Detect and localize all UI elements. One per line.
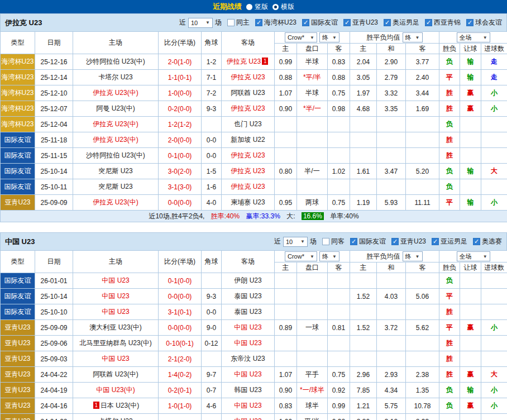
match-score[interactable]: 1-1(0-1) (159, 70, 202, 85)
filter-checkbox[interactable]: 国际友谊 (350, 237, 386, 246)
home-team-cell[interactable]: 阿联酋 U23(中) (73, 367, 159, 383)
avg-final-odds-select[interactable]: 终▼ (403, 251, 423, 261)
match-score[interactable]: 1-2(1-2) (159, 117, 202, 132)
checkbox-icon[interactable] (432, 238, 439, 245)
match-score[interactable]: 3-1(0-1) (159, 304, 202, 320)
away-team-cell[interactable]: 泰国 U23 (222, 289, 275, 304)
checkbox-icon[interactable] (255, 19, 262, 26)
home-team-cell[interactable]: 卡塔尔 U23 (73, 414, 159, 420)
away-team-cell[interactable]: 中国 U23 (222, 367, 275, 383)
match-score[interactable]: 2-1(2-0) (159, 351, 202, 367)
away-team-cell[interactable]: 伊拉克 U23 (222, 164, 275, 179)
filter-checkbox[interactable]: 奥选赛 (473, 237, 502, 246)
fulltime-select[interactable]: 全场▼ (457, 32, 490, 42)
match-score[interactable]: 2-0(0-0) (159, 132, 202, 148)
home-team-cell[interactable]: 伊拉克 U23(中) (73, 117, 159, 132)
home-team-cell[interactable]: 澳大利亚 U23(中) (73, 320, 159, 336)
home-team-cell[interactable]: 沙特阿拉伯 U23(中) (73, 148, 159, 164)
radio-icon-horizontal[interactable] (272, 4, 279, 10)
home-team-cell[interactable]: 中国 U23 (73, 351, 159, 367)
away-team-cell[interactable]: 东帝汶 U23 (222, 351, 275, 367)
away-team-cell[interactable]: 伊拉克 U23 (222, 179, 275, 195)
match-score[interactable]: 0-0(0-0) (159, 320, 202, 336)
final-odds-select[interactable]: 终▼ (319, 251, 339, 261)
home-team-cell[interactable]: 伊拉克 U23(中) (73, 195, 159, 211)
home-team-cell[interactable]: 突尼斯 U23 (73, 179, 159, 195)
filter-checkbox[interactable]: 国际友谊 (302, 18, 338, 27)
checkbox-icon[interactable] (384, 19, 391, 26)
match-score[interactable]: 0-0(0-0) (159, 195, 202, 211)
filter-checkbox[interactable]: 海湾杯U23 (255, 18, 296, 27)
match-score[interactable]: 0-2(0-0) (159, 101, 202, 117)
home-team-cell[interactable]: 北马里亚纳群岛 U23(中) (73, 336, 159, 351)
home-team-cell[interactable]: 沙特阿拉伯 U23(中) (73, 54, 159, 70)
match-score[interactable]: 0-10(0-1) (159, 336, 202, 351)
avg-final-odds-select[interactable]: 终▼ (403, 32, 423, 42)
away-team-cell[interactable]: 新加坡 U22 (222, 132, 275, 148)
home-team-cell[interactable]: 中国 U23 (73, 304, 159, 320)
header-avg-group: 胜平负均值 终▼ (350, 251, 439, 262)
layout-radio-horizontal[interactable]: 横版 (272, 2, 294, 12)
recent-count-select[interactable]: 10 ▼ (188, 18, 213, 28)
away-team-cell[interactable]: 中国 U23 (222, 336, 275, 351)
match-score[interactable]: 0-0(0-0) (159, 289, 202, 304)
layout-radio-vertical[interactable]: 竖版 (246, 2, 268, 12)
home-team-cell[interactable]: 中国 U23 (73, 273, 159, 289)
fulltime-select[interactable]: 全场▼ (457, 251, 490, 261)
final-odds-select[interactable]: 终▼ (319, 32, 339, 42)
home-team-cell[interactable]: 阿曼 U23(中) (73, 101, 159, 117)
checkbox-icon[interactable] (473, 238, 480, 245)
home-team-cell[interactable]: 1日本 U23(中) (73, 398, 159, 414)
away-team-cell[interactable]: 泰国 U23 (222, 304, 275, 320)
match-score[interactable]: 2-0(1-0) (159, 54, 202, 70)
away-team-cell[interactable]: 伊拉克 U23 (222, 70, 275, 85)
home-team-cell[interactable]: 突尼斯 U23 (73, 164, 159, 179)
away-team-cell[interactable]: 也门 U23 (222, 117, 275, 132)
handicap-line: *半/一 (297, 101, 328, 117)
away-team-cell[interactable]: 柬埔寨 U23 (222, 195, 275, 211)
filter-checkbox[interactable]: 同主 (227, 18, 250, 27)
away-team-cell[interactable]: 伊拉克 U231 (222, 54, 275, 70)
filter-checkbox[interactable]: 球会友谊 (466, 18, 502, 27)
away-team-cell[interactable]: 中国 U23 (222, 414, 275, 420)
away-team-cell[interactable]: 伊拉克 U23 (222, 148, 275, 164)
radio-icon-vertical[interactable] (246, 4, 252, 10)
match-score[interactable]: 0-1(0-0) (159, 273, 202, 289)
bookmaker-select[interactable]: Crow*▼ (285, 251, 317, 261)
checkbox-icon[interactable] (425, 19, 432, 26)
match-score[interactable]: 0-2(0-1) (159, 383, 202, 398)
checkbox-icon[interactable] (391, 238, 399, 245)
away-team-cell[interactable]: 中国 U23 (222, 398, 275, 414)
checkbox-icon[interactable] (302, 19, 309, 26)
bookmaker-select[interactable]: Crow*▼ (285, 32, 317, 42)
match-score[interactable]: 1-0(1-0) (159, 398, 202, 414)
match-score[interactable] (159, 414, 202, 420)
home-team-cell[interactable]: 中国 U23 (73, 289, 159, 304)
checkbox-icon[interactable] (466, 19, 473, 26)
filter-checkbox[interactable]: 西亚青锦 (425, 18, 461, 27)
home-team-cell[interactable]: 伊拉克 U23(中) (73, 132, 159, 148)
filter-checkbox[interactable]: 亚青U23 (343, 18, 378, 27)
home-team-cell[interactable]: 中国 U23(中) (73, 383, 159, 398)
away-team-cell[interactable]: 中国 U23 (222, 320, 275, 336)
checkbox-icon[interactable] (322, 238, 329, 245)
checkbox-icon[interactable] (343, 19, 351, 26)
checkbox-icon[interactable] (227, 19, 235, 26)
match-score[interactable]: 1-4(0-2) (159, 367, 202, 383)
match-score[interactable]: 0-1(0-0) (159, 148, 202, 164)
home-team-cell[interactable]: 卡塔尔 U23 (73, 70, 159, 85)
away-team-cell[interactable]: 韩国 U23 (222, 383, 275, 398)
match-score[interactable]: 3-1(3-0) (159, 179, 202, 195)
filter-checkbox[interactable]: 亚青U23 (391, 237, 426, 246)
home-team-cell[interactable]: 伊拉克 U23(中) (73, 85, 159, 101)
filter-checkbox[interactable]: 亚运男足 (432, 237, 467, 246)
away-team-cell[interactable]: 伊拉克 U23 (222, 101, 275, 117)
checkbox-icon[interactable] (350, 238, 357, 245)
match-score[interactable]: 1-0(0-0) (159, 85, 202, 101)
recent-count-select[interactable]: 10 ▼ (283, 237, 308, 247)
filter-checkbox[interactable]: 同客 (322, 237, 345, 246)
filter-checkbox[interactable]: 奥运男足 (384, 18, 419, 27)
away-team-cell[interactable]: 伊朗 U23 (222, 273, 275, 289)
away-team-cell[interactable]: 阿联酋 U23 (222, 85, 275, 101)
match-score[interactable]: 3-0(2-0) (159, 164, 202, 179)
